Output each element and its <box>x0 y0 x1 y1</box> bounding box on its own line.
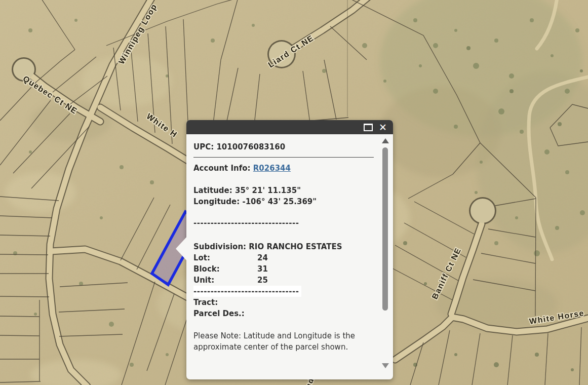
popup-scrollbar[interactable] <box>381 138 389 374</box>
upc-label: UPC: <box>193 142 214 151</box>
lot-label: Lot: <box>193 252 257 263</box>
lot-row: Lot: 24 <box>193 252 372 263</box>
block-row: Block: 31 <box>193 263 372 275</box>
maximize-button[interactable] <box>363 122 373 132</box>
subdivision-row: Subdivision: RIO RANCHO ESTATES <box>193 241 372 252</box>
scroll-up-arrow-icon[interactable] <box>382 138 389 143</box>
banff-culdesac <box>471 199 495 223</box>
unit-value: 25 <box>257 275 268 286</box>
subdivision-value: RIO RANCHO ESTATES <box>249 242 342 251</box>
close-icon: ✕ <box>379 123 387 132</box>
latitude-row: Latitude: 35° 21' 11.135" <box>193 185 372 196</box>
unit-row: Unit: 25 <box>193 275 372 286</box>
account-label: Account Info: <box>193 164 251 173</box>
dashed-separator-2: ------------------------------- <box>193 286 372 297</box>
maximize-icon <box>364 124 373 131</box>
dashed-separator-1: ------------------------------- <box>193 217 372 228</box>
longitude-row: Longitude: -106° 43' 25.369" <box>193 196 372 207</box>
block-value: 31 <box>257 263 268 275</box>
account-link[interactable]: R026344 <box>253 164 291 173</box>
close-button[interactable]: ✕ <box>378 122 388 132</box>
latitude-value: 35° 21' 11.135" <box>235 186 301 195</box>
longitude-value: -106° 43' 25.369" <box>242 197 317 206</box>
popup-titlebar[interactable]: ✕ <box>186 120 393 134</box>
scroll-down-arrow-icon[interactable] <box>382 363 389 368</box>
note-text: Please Note: Latitude and Longitude is t… <box>193 330 367 353</box>
scrollbar-thumb[interactable] <box>382 147 388 311</box>
upc-value: 1010076083160 <box>216 142 285 151</box>
block-label: Block: <box>193 263 257 275</box>
app-window: Winnipeg Loop Quebec Ct NE Liard Ct NE W… <box>0 0 588 385</box>
subdivision-label: Subdivision: <box>193 242 246 251</box>
parcel-info-popup: ✕ UPC: 1010076083160 Account Info: R0263… <box>186 120 393 379</box>
divider-line <box>193 157 374 158</box>
dashed-separator-2-text: ------------------------------- <box>193 286 301 297</box>
parcel-des-row: Parcel Des.: <box>193 308 372 319</box>
lot-value: 24 <box>257 252 268 263</box>
latitude-label: Latitude: <box>193 186 232 195</box>
upc-row: UPC: 1010076083160 <box>193 141 372 152</box>
unit-label: Unit: <box>193 275 257 286</box>
tract-row: Tract: <box>193 297 372 308</box>
account-row: Account Info: R026344 <box>193 163 372 174</box>
longitude-label: Longitude: <box>193 197 240 206</box>
popup-content: UPC: 1010076083160 Account Info: R026344… <box>186 134 393 379</box>
